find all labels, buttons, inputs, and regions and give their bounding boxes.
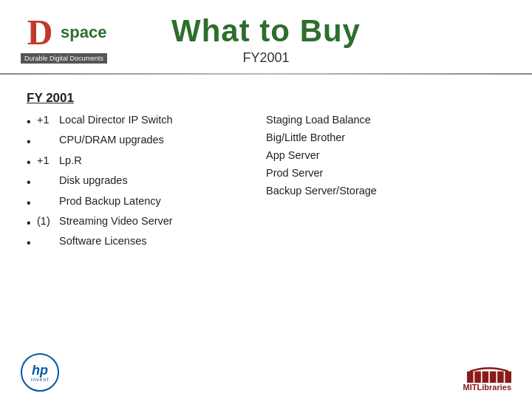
header: What to Buy FY2001 (0, 0, 532, 66)
invent-text: invent (31, 377, 50, 382)
right-list-item: Prod Server (266, 165, 505, 183)
svg-rect-2 (482, 372, 489, 383)
bullet-prefix: +1 (37, 112, 59, 129)
bullet-dot: • (27, 152, 37, 172)
bullet-prefix: (1) (37, 213, 59, 231)
mit-label: MITLibraries (463, 383, 511, 392)
right-list-item: Staging Load Balance (266, 112, 505, 129)
bullet-dot: • (27, 213, 37, 233)
bullet-text: Streaming Video Server (59, 213, 173, 231)
svg-rect-5 (505, 372, 511, 383)
list-item: •CPU/DRAM upgrades (27, 132, 266, 151)
content-area: FY 2001 •+1Local Director IP Switch•CPU/… (0, 75, 532, 261)
bullet-text: Local Director IP Switch (59, 112, 173, 129)
svg-rect-3 (490, 372, 497, 383)
bullet-prefix: +1 (37, 152, 59, 170)
right-list-item: Big/Little Brother (266, 129, 505, 147)
bullet-text: Lp.R (59, 152, 82, 170)
bullet-dot: • (27, 112, 37, 132)
svg-rect-4 (497, 372, 504, 383)
section-title: FY 2001 (27, 91, 266, 106)
subtitle: FY2001 (242, 50, 289, 66)
list-item: •Disk upgrades (27, 172, 266, 192)
bullet-text: Software Licenses (59, 233, 146, 250)
bullet-text: Disk upgrades (59, 172, 128, 190)
right-list-item: App Server (266, 147, 505, 165)
bullet-list: •+1Local Director IP Switch•CPU/DRAM upg… (27, 112, 266, 253)
list-item: •+1Lp.R (27, 152, 266, 172)
list-item: •Software Licenses (27, 233, 266, 253)
hp-text: hp (32, 364, 48, 377)
right-list-item: Backup Server/Storage (266, 183, 505, 200)
list-item: •(1)Streaming Video Server (27, 213, 266, 233)
left-column: FY 2001 •+1Local Director IP Switch•CPU/… (27, 91, 266, 253)
list-item: •+1Local Director IP Switch (27, 112, 266, 132)
bullet-dot: • (27, 193, 37, 213)
bullet-text: Prod Backup Latency (59, 193, 161, 211)
main-title: What to Buy (171, 13, 361, 49)
hp-logo: hp invent (21, 353, 59, 392)
mit-logo: MITLibraries (463, 365, 511, 392)
right-column: Staging Load BalanceBig/Little BrotherAp… (266, 91, 505, 253)
svg-rect-0 (467, 372, 474, 383)
footer: hp invent MITLibraries (0, 353, 532, 392)
svg-rect-1 (474, 372, 481, 383)
bullet-text: CPU/DRAM upgrades (59, 132, 164, 149)
bullet-dot: • (27, 233, 37, 253)
bullet-dot: • (27, 172, 37, 192)
list-item: •Prod Backup Latency (27, 193, 266, 213)
mit-arch-icon (467, 365, 511, 383)
bullet-dot: • (27, 132, 37, 151)
